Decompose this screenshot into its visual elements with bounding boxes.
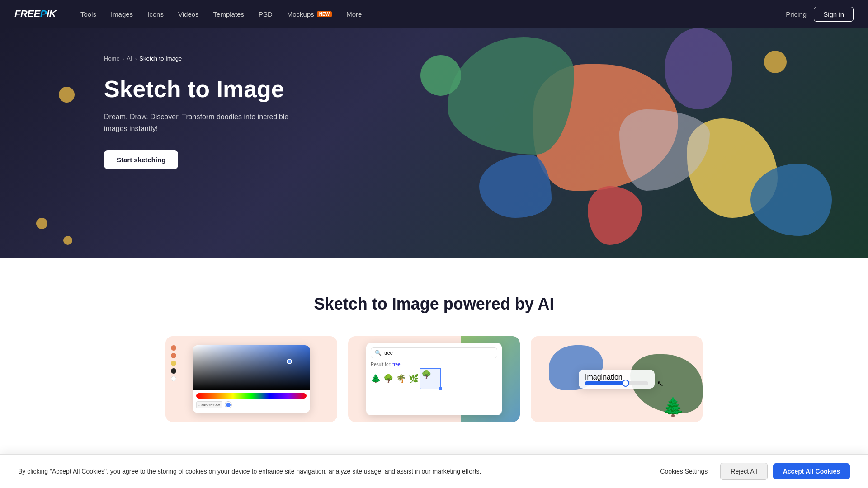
imagination-slider[interactable] [585, 381, 648, 385]
breadcrumb-sep-2: › [135, 56, 137, 61]
imagination-card: 🌲 Imagination ↖ [531, 336, 703, 422]
search-icon: 🔍 [375, 350, 382, 356]
tree-icon-3[interactable]: 🌴 [396, 374, 406, 384]
main-content: Sketch to Image powered by AI [0, 258, 868, 449]
breadcrumb-sep-1: › [123, 56, 124, 61]
nav-videos[interactable]: Videos [172, 7, 205, 22]
hex-input[interactable]: #346AEA88 [196, 401, 222, 408]
breadcrumb-ai[interactable]: AI [127, 55, 132, 62]
tree-icon-4[interactable]: 🌿 [409, 374, 419, 384]
nav-images[interactable]: Images [104, 7, 139, 22]
cookie-text: By clicking "Accept All Cookies", you ag… [18, 467, 639, 476]
tree-icons-row: 🌲 🌳 🌴 🌿 🌳 [371, 370, 497, 388]
tree-icon-2[interactable]: 🌳 [383, 374, 393, 384]
color-picker-bottom: #346AEA88 [193, 401, 310, 408]
search-card: 🔍 tree Result for: tree 🌲 🌳 🌴 🌿 🌳 [348, 336, 520, 422]
nav-more[interactable]: More [340, 7, 368, 22]
nav-psd[interactable]: PSD [252, 7, 279, 22]
hero-section: Home › AI › Sketch to Image Sketch to Im… [0, 28, 868, 258]
nav-mockups[interactable]: Mockups NEW [281, 7, 338, 22]
search-value: tree [384, 350, 393, 356]
imagination-label: Imagination [585, 373, 648, 381]
color-picker-handle[interactable] [287, 359, 292, 364]
start-sketching-button[interactable]: Start sketching [104, 150, 178, 169]
swatch-yellow[interactable] [171, 361, 176, 366]
nav-templates[interactable]: Templates [207, 7, 250, 22]
breadcrumb-home[interactable]: Home [104, 55, 120, 62]
selection-box [420, 368, 441, 389]
color-gradient-area[interactable] [193, 345, 310, 390]
hero-dot-3 [36, 218, 47, 229]
current-color-dot [225, 402, 231, 408]
search-widget: 🔍 tree Result for: tree 🌲 🌳 🌴 🌿 🌳 [366, 343, 502, 415]
new-badge: NEW [317, 11, 332, 17]
signin-button[interactable]: Sign in [814, 7, 854, 22]
breadcrumb: Home › AI › Sketch to Image [104, 55, 868, 62]
slider-thumb[interactable] [622, 380, 629, 387]
pricing-link[interactable]: Pricing [786, 10, 807, 18]
logo[interactable]: FREEPIK [14, 8, 56, 20]
swatch-orange2[interactable] [171, 353, 176, 358]
swatch-orange[interactable] [171, 345, 176, 351]
cookie-settings-button[interactable]: Cookies Settings [653, 463, 715, 479]
result-label: Result for: tree [371, 362, 497, 367]
nav-tools[interactable]: Tools [74, 7, 103, 22]
swatch-white[interactable] [171, 376, 176, 381]
hue-slider[interactable] [196, 393, 307, 399]
accept-all-cookies-button[interactable]: Accept All Cookies [773, 463, 850, 479]
hero-dot-4 [63, 236, 72, 245]
hero-title: Sketch to Image [104, 76, 868, 102]
breadcrumb-current: Sketch to Image [139, 55, 182, 62]
swatch-black[interactable] [171, 368, 176, 374]
color-swatches [171, 345, 176, 381]
imagination-widget: Imagination [579, 370, 655, 389]
hero-subtitle: Dream. Draw. Discover. Transform doodles… [104, 111, 298, 134]
tree-icon-1[interactable]: 🌲 [371, 374, 381, 384]
result-query: tree [392, 362, 400, 367]
section-title: Sketch to Image powered by AI [0, 295, 868, 314]
cursor-icon: ↖ [657, 379, 664, 389]
nav-icons[interactable]: Icons [141, 7, 170, 22]
c3-tree-emoji: 🌲 [662, 396, 684, 418]
selection-handle[interactable] [439, 387, 442, 390]
hero-content: Home › AI › Sketch to Image Sketch to Im… [0, 28, 868, 169]
nav-right: Pricing Sign in [786, 7, 854, 22]
tree-selection-area: 🌳 [421, 370, 439, 388]
imagination-widget-wrapper: Imagination ↖ [579, 370, 655, 389]
search-bar[interactable]: 🔍 tree [371, 347, 497, 358]
navbar: FREEPIK Tools Images Icons Videos Templa… [0, 0, 868, 28]
reject-all-button[interactable]: Reject All [720, 463, 767, 480]
cookie-banner: By clicking "Accept All Cookies", you ag… [0, 454, 868, 488]
cookie-buttons: Cookies Settings Reject All Accept All C… [653, 463, 850, 480]
feature-cards: #346AEA88 🔍 tree Result for: tree 🌲 🌳 [0, 336, 868, 422]
color-picker-card: #346AEA88 [165, 336, 337, 422]
nav-links: Tools Images Icons Videos Templates PSD … [74, 7, 786, 22]
color-picker-widget: #346AEA88 [193, 345, 310, 413]
